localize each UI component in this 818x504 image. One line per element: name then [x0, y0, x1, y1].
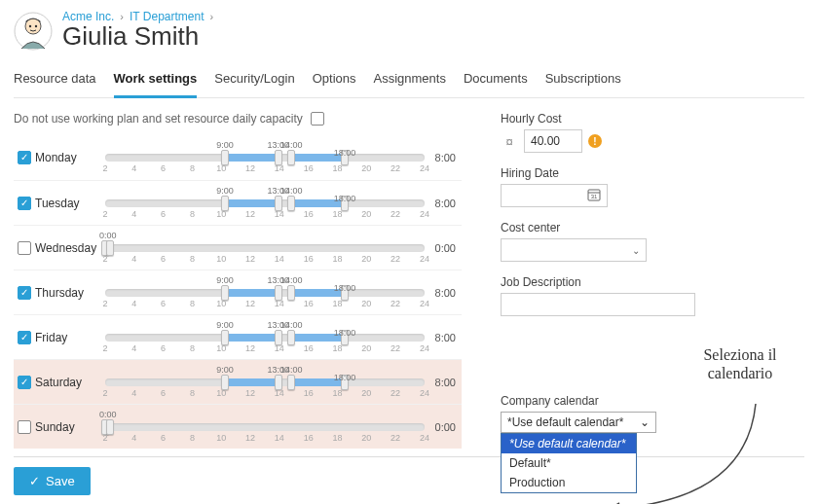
axis-tick: 20 [361, 254, 371, 264]
day-name: Tuesday [35, 197, 105, 210]
axis-tick: 8 [190, 209, 195, 219]
axis-tick: 24 [420, 299, 429, 308]
day-row: Tuesday9:0013:0014:0018:0024681012141618… [14, 180, 462, 225]
tab-documents[interactable]: Documents [464, 65, 528, 97]
axis-tick: 8 [190, 299, 195, 308]
hiring-date-input[interactable]: 31 [501, 184, 608, 207]
calendar-option-production[interactable]: Production [502, 473, 636, 492]
day-slider[interactable]: 9:0013:0014:0018:0024681012141618202224 [105, 318, 425, 357]
slider-handle[interactable] [287, 375, 295, 390]
day-checkbox[interactable] [18, 197, 31, 210]
slider-handle[interactable] [287, 196, 295, 211]
day-row: Thursday9:0013:0014:0018:002468101214161… [14, 270, 462, 314]
day-hours: 8:00 [425, 198, 462, 209]
slider-label: 9:00 [216, 365, 234, 375]
day-slider[interactable]: 0:0024681012141618202224 [105, 229, 425, 268]
day-slider[interactable]: 9:0013:0014:0018:0024681012141618202224 [105, 363, 425, 402]
axis-tick: 12 [245, 163, 255, 173]
annotation-text: Seleziona il calendario [672, 345, 808, 382]
calendar-option-default-inherit[interactable]: *Use default calendar* [502, 434, 636, 453]
axis-tick: 12 [245, 433, 255, 443]
slider-segment[interactable] [225, 378, 279, 386]
day-checkbox[interactable] [18, 376, 31, 389]
axis-tick: 22 [390, 343, 400, 353]
axis-tick: 2 [102, 209, 107, 219]
svg-text:31: 31 [591, 194, 598, 199]
svg-point-3 [35, 24, 37, 26]
axis-tick: 2 [102, 254, 107, 264]
axis-tick: 14 [275, 299, 284, 308]
day-checkbox[interactable] [18, 331, 31, 344]
slider-segment[interactable] [225, 154, 279, 162]
axis-tick: 6 [161, 433, 166, 443]
axis-tick: 16 [304, 388, 314, 398]
slider-segment[interactable] [225, 334, 279, 342]
chevron-right-icon: › [210, 11, 214, 22]
save-button[interactable]: ✓ Save [14, 467, 91, 495]
axis-tick: 22 [390, 299, 400, 308]
axis-tick: 24 [420, 163, 429, 173]
day-checkbox[interactable] [18, 286, 31, 300]
day-hours: 8:00 [425, 377, 462, 388]
day-name: Monday [35, 151, 105, 164]
slider-handle[interactable] [287, 330, 295, 345]
day-name: Sunday [35, 420, 105, 434]
save-button-label: Save [46, 474, 75, 488]
slider-segment[interactable] [225, 199, 279, 207]
axis-tick: 16 [304, 163, 314, 173]
day-checkbox[interactable] [18, 241, 31, 255]
slider-handle[interactable] [287, 150, 295, 165]
axis-tick: 24 [420, 343, 429, 353]
slider-label: 18:00 [334, 373, 356, 382]
workplan-toggle-checkbox[interactable] [311, 112, 324, 126]
axis-tick: 22 [390, 163, 400, 173]
tab-assignments[interactable]: Assignments [373, 65, 445, 97]
calendar-option-default[interactable]: Default* [502, 453, 636, 473]
axis-tick: 10 [216, 388, 226, 398]
day-slider[interactable]: 9:0013:0014:0018:0024681012141618202224 [105, 184, 425, 223]
day-slider[interactable]: 0:0024681012141618202224 [105, 408, 425, 447]
tab-subscriptions[interactable]: Subscriptions [545, 65, 621, 97]
company-calendar-selected: *Use default calendar* [507, 415, 623, 429]
slider-handle[interactable] [287, 285, 295, 301]
axis-tick: 22 [390, 209, 400, 219]
axis-tick: 18 [332, 209, 342, 219]
day-slider[interactable]: 9:0013:0014:0018:0024681012141618202224 [105, 138, 425, 177]
day-slider[interactable]: 9:0013:0014:0018:0024681012141618202224 [105, 273, 425, 312]
company-calendar-select[interactable]: *Use default calendar* ⌄ *Use default ca… [501, 412, 656, 433]
check-icon: ✓ [29, 474, 40, 488]
slider-label: 14:00 [280, 186, 303, 196]
slider-handle[interactable] [106, 419, 114, 435]
axis-tick: 6 [161, 343, 166, 353]
slider-segment[interactable] [225, 289, 279, 297]
day-checkbox[interactable] [18, 420, 31, 434]
day-checkbox[interactable] [18, 151, 31, 164]
slider-label: 14:00 [280, 320, 303, 330]
axis-tick: 12 [245, 388, 255, 398]
axis-tick: 20 [361, 343, 371, 353]
tab-security-login[interactable]: Security/Login [214, 65, 294, 97]
axis-tick: 22 [390, 388, 400, 398]
slider-label: 9:00 [216, 275, 234, 285]
axis-tick: 4 [131, 163, 136, 173]
axis-tick: 14 [275, 388, 284, 398]
axis-tick: 20 [361, 433, 371, 443]
tab-options[interactable]: Options [313, 65, 356, 97]
warning-icon[interactable]: ! [588, 134, 602, 148]
tab-work-settings[interactable]: Work settings [114, 65, 198, 98]
axis-tick: 14 [275, 254, 284, 264]
tab-resource-data[interactable]: Resource data [14, 65, 96, 97]
cost-center-select[interactable]: ⌄ [501, 238, 647, 262]
job-desc-input[interactable] [501, 293, 695, 316]
currency-icon: ¤ [501, 134, 518, 149]
axis-tick: 2 [102, 388, 107, 398]
axis-tick: 10 [216, 163, 226, 173]
axis-tick: 4 [131, 299, 136, 308]
slider-label: 18:00 [334, 328, 356, 338]
slider-handle[interactable] [106, 240, 114, 256]
axis-tick: 18 [332, 163, 342, 173]
axis-tick: 22 [390, 254, 400, 264]
axis-tick: 22 [390, 433, 400, 443]
axis-tick: 18 [332, 343, 342, 353]
hourly-cost-input[interactable]: 40.00 [524, 129, 582, 153]
